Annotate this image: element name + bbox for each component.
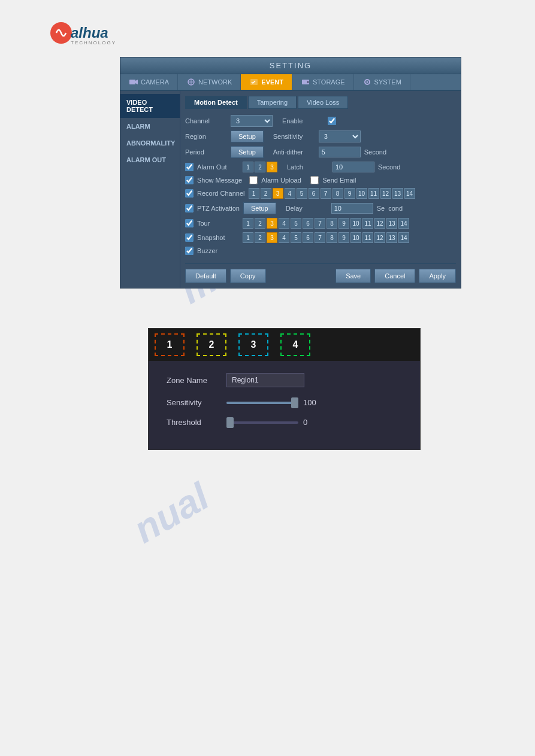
record-channel-checkbox[interactable]: [185, 189, 194, 198]
cancel-button[interactable]: Cancel: [374, 269, 415, 283]
alarm-out-checkbox[interactable]: [185, 163, 194, 171]
top-tab-bar: CAMERA NETWORK EVENT STORAGE SYSTEM: [120, 74, 461, 91]
delay-label: Delay: [286, 205, 328, 212]
rc-5[interactable]: 5: [297, 188, 307, 199]
save-button[interactable]: Save: [335, 269, 371, 283]
default-button[interactable]: Default: [185, 269, 226, 283]
sensitivity-slider-track[interactable]: [226, 402, 298, 404]
ptz-setup-button[interactable]: Setup: [243, 202, 276, 214]
zone-panel: 1 2 3 4 Zone Name Sensitivity 100: [148, 328, 421, 450]
region-label: Region: [185, 133, 227, 140]
content-area: VIDEO DETECT ALARM ABNORMALITY ALARM OUT…: [120, 91, 461, 288]
sub-tab-motion-detect[interactable]: Motion Detect: [185, 96, 247, 109]
tab-network[interactable]: NETWORK: [178, 74, 241, 90]
watermark-2: nual: [126, 474, 216, 552]
alarm-upload-checkbox[interactable]: [249, 176, 258, 184]
rc-6[interactable]: 6: [309, 188, 319, 199]
sidebar-item-abnormality[interactable]: ABNORMALITY: [120, 135, 180, 151]
zone-name-row: Zone Name: [167, 373, 402, 387]
channel-select[interactable]: 3: [231, 115, 273, 127]
tour-label: Tour: [197, 220, 239, 227]
sidebar-item-alarm-out[interactable]: ALARM OUT: [120, 151, 180, 168]
rc-10[interactable]: 10: [356, 188, 367, 199]
latch-unit: Second: [378, 163, 400, 171]
zone-tabs: 1 2 3 4: [149, 329, 420, 361]
threshold-slider-track[interactable]: [226, 421, 298, 424]
snapshot-checkbox[interactable]: [185, 233, 194, 242]
zone-tab-4[interactable]: 4: [280, 333, 310, 356]
tour-row: Tour 1 2 3 4 5 6 7 8 9 10 11 12 13 14: [185, 218, 456, 229]
svg-point-12: [366, 81, 368, 83]
send-email-label: Send Email: [322, 177, 364, 184]
snapshot-channels: 1 2 3 4 5 6 7 8 9 10 11 12 13 14: [243, 232, 409, 243]
tab-camera[interactable]: CAMERA: [120, 74, 178, 90]
anti-dither-unit: Second: [364, 148, 386, 156]
enable-checkbox[interactable]: [328, 117, 336, 125]
tour-checkbox[interactable]: [185, 219, 194, 227]
action-buttons: Default Copy Save Cancel Apply: [185, 263, 456, 283]
sensitivity-slider-container: 100: [226, 398, 321, 407]
latch-input[interactable]: [333, 162, 374, 172]
rc-9[interactable]: 9: [344, 188, 355, 199]
sub-tab-tampering[interactable]: Tampering: [248, 96, 297, 109]
tab-system[interactable]: SYSTEM: [354, 74, 410, 90]
apply-button[interactable]: Apply: [419, 269, 456, 283]
zone-name-label: Zone Name: [167, 376, 220, 385]
setting-title: SETTING: [120, 57, 461, 74]
period-label: Period: [185, 148, 227, 156]
show-message-checkbox[interactable]: [185, 176, 194, 184]
ptz-checkbox[interactable]: [185, 204, 194, 212]
threshold-thumb[interactable]: [226, 417, 234, 428]
period-setup-button[interactable]: Setup: [231, 146, 264, 158]
rc-8[interactable]: 8: [333, 188, 343, 199]
rc-14[interactable]: 14: [404, 188, 415, 199]
copy-button[interactable]: Copy: [230, 269, 266, 283]
alarm-out-ch3[interactable]: 3: [267, 162, 277, 172]
rc-4[interactable]: 4: [285, 188, 295, 199]
zone-threshold-row: Threshold 0: [167, 418, 402, 427]
anti-dither-input[interactable]: [319, 147, 361, 157]
rc-11[interactable]: 11: [368, 188, 379, 199]
alarm-out-channels: 1 2 3: [243, 162, 277, 172]
svg-rect-3: [129, 80, 135, 84]
sensitivity-thumb[interactable]: [291, 397, 298, 408]
alarm-out-row: Alarm Out 1 2 3 Latch Second: [185, 162, 456, 172]
alarm-out-ch1[interactable]: 1: [243, 162, 253, 172]
ptz-row: PTZ Activation Setup Delay Se cond: [185, 202, 456, 214]
delay-input[interactable]: [331, 203, 373, 214]
sensitivity-select[interactable]: 3: [319, 130, 361, 142]
alarm-upload-label: Alarm Upload: [261, 177, 303, 184]
sidebar-item-alarm[interactable]: ALARM: [120, 118, 180, 135]
tab-storage[interactable]: STORAGE: [292, 74, 354, 90]
ptz-label: PTZ Activation: [197, 205, 240, 212]
buzzer-label: Buzzer: [197, 247, 239, 254]
svg-text:alhua: alhua: [71, 25, 108, 41]
rc-7[interactable]: 7: [321, 188, 331, 199]
alarm-out-ch2[interactable]: 2: [255, 162, 265, 172]
zone-tab-1[interactable]: 1: [155, 333, 185, 356]
zone-sensitivity-label: Sensitivity: [167, 398, 220, 407]
rc-1[interactable]: 1: [249, 188, 259, 199]
rc-12[interactable]: 12: [380, 188, 391, 199]
latch-label: Latch: [287, 163, 329, 171]
send-email-checkbox[interactable]: [310, 176, 319, 184]
zone-tab-3[interactable]: 3: [238, 333, 268, 356]
sidebar-item-video-detect[interactable]: VIDEO DETECT: [120, 94, 180, 118]
svg-point-10: [307, 81, 309, 83]
buzzer-checkbox[interactable]: [185, 247, 194, 255]
zone-content: Zone Name Sensitivity 100 Threshold: [149, 361, 420, 450]
delay-unit: Se: [377, 205, 385, 212]
period-row: Period Setup Anti-dither Second: [185, 146, 456, 158]
channel-row: Channel 3 Enable: [185, 115, 456, 127]
zone-tab-2[interactable]: 2: [197, 333, 226, 356]
tab-event[interactable]: EVENT: [241, 74, 292, 90]
rc-13[interactable]: 13: [392, 188, 403, 199]
svg-text:TECHNOLOGY: TECHNOLOGY: [71, 40, 116, 45]
rc-3[interactable]: 3: [273, 188, 283, 199]
region-setup-button[interactable]: Setup: [231, 130, 264, 142]
zone-name-input[interactable]: [226, 373, 304, 387]
sub-tab-video-loss[interactable]: Video Loss: [298, 96, 348, 109]
region-row: Region Setup Sensitivity 3: [185, 130, 456, 142]
delay-unit2: cond: [388, 205, 403, 212]
rc-2[interactable]: 2: [261, 188, 271, 199]
